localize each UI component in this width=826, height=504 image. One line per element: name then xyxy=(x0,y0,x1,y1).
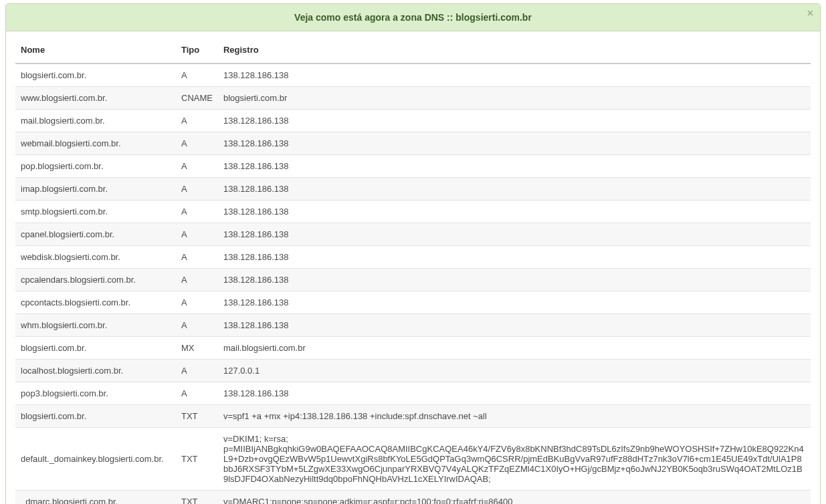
column-header-type: Tipo xyxy=(176,38,218,64)
table-row: blogsierti.com.br.A138.128.186.138 xyxy=(15,64,811,87)
table-row: pop3.blogsierti.com.br.A138.128.186.138 xyxy=(15,382,811,405)
close-icon[interactable]: × xyxy=(807,8,813,19)
cell-record: v=DMARC1;p=none;sp=none;adkim=r;aspf=r;p… xyxy=(218,491,811,505)
cell-type: A xyxy=(176,110,218,132)
table-row: localhost.blogsierti.com.br.A127.0.0.1 xyxy=(15,360,811,382)
table-row: smtp.blogsierti.com.br.A138.128.186.138 xyxy=(15,201,811,223)
cell-name: cpanel.blogsierti.com.br. xyxy=(15,223,176,246)
cell-name: mail.blogsierti.com.br. xyxy=(15,110,176,132)
cell-record: 138.128.186.138 xyxy=(218,382,811,405)
table-row: pop.blogsierti.com.br.A138.128.186.138 xyxy=(15,155,811,178)
table-row: _dmarc.blogsierti.com.br.TXTv=DMARC1;p=n… xyxy=(15,491,811,505)
table-row: blogsierti.com.br.TXTv=spf1 +a +mx +ip4:… xyxy=(15,405,811,428)
cell-record: 138.128.186.138 xyxy=(218,246,811,269)
cell-name: webmail.blogsierti.com.br. xyxy=(15,132,176,155)
cell-type: A xyxy=(176,178,218,201)
cell-record: v=spf1 +a +mx +ip4:138.128.186.138 +incl… xyxy=(218,405,811,428)
dns-zone-panel: Veja como está agora a zona DNS :: blogs… xyxy=(5,3,821,504)
table-row: blogsierti.com.br.MXmail.blogsierti.com.… xyxy=(15,337,811,360)
cell-record: 138.128.186.138 xyxy=(218,269,811,291)
cell-type: A xyxy=(176,155,218,178)
cell-record: 138.128.186.138 xyxy=(218,201,811,223)
cell-record: mail.blogsierti.com.br xyxy=(218,337,811,360)
cell-type: A xyxy=(176,269,218,291)
cell-type: TXT xyxy=(176,491,218,505)
table-row: www.blogsierti.com.br.CNAMEblogsierti.co… xyxy=(15,87,811,110)
cell-record: 138.128.186.138 xyxy=(218,110,811,132)
table-header-row: Nome Tipo Registro xyxy=(15,38,811,64)
cell-name: smtp.blogsierti.com.br. xyxy=(15,201,176,223)
cell-type: A xyxy=(176,201,218,223)
cell-name: www.blogsierti.com.br. xyxy=(15,87,176,110)
cell-record: 138.128.186.138 xyxy=(218,314,811,337)
table-row: cpcontacts.blogsierti.com.br.A138.128.18… xyxy=(15,291,811,314)
cell-record: 138.128.186.138 xyxy=(218,132,811,155)
cell-record: 138.128.186.138 xyxy=(218,178,811,201)
table-row: cpcalendars.blogsierti.com.br.A138.128.1… xyxy=(15,269,811,291)
cell-record: 127.0.0.1 xyxy=(218,360,811,382)
cell-type: A xyxy=(176,246,218,269)
cell-type: CNAME xyxy=(176,87,218,110)
cell-type: TXT xyxy=(176,405,218,428)
cell-type: A xyxy=(176,360,218,382)
cell-type: TXT xyxy=(176,428,218,491)
dns-records-table: Nome Tipo Registro blogsierti.com.br.A13… xyxy=(15,38,811,504)
table-row: mail.blogsierti.com.br.A138.128.186.138 xyxy=(15,110,811,132)
panel-body: Nome Tipo Registro blogsierti.com.br.A13… xyxy=(6,31,820,504)
cell-record: blogsierti.com.br xyxy=(218,87,811,110)
cell-record: 138.128.186.138 xyxy=(218,64,811,87)
cell-type: A xyxy=(176,64,218,87)
cell-name: pop.blogsierti.com.br. xyxy=(15,155,176,178)
cell-record: 138.128.186.138 xyxy=(218,155,811,178)
cell-name: blogsierti.com.br. xyxy=(15,337,176,360)
table-row: cpanel.blogsierti.com.br.A138.128.186.13… xyxy=(15,223,811,246)
panel-header: Veja como está agora a zona DNS :: blogs… xyxy=(6,4,820,31)
table-row: whm.blogsierti.com.br.A138.128.186.138 xyxy=(15,314,811,337)
cell-record: 138.128.186.138 xyxy=(218,223,811,246)
cell-name: cpcontacts.blogsierti.com.br. xyxy=(15,291,176,314)
table-row: imap.blogsierti.com.br.A138.128.186.138 xyxy=(15,178,811,201)
cell-type: A xyxy=(176,223,218,246)
cell-name: _dmarc.blogsierti.com.br. xyxy=(15,491,176,505)
cell-name: pop3.blogsierti.com.br. xyxy=(15,382,176,405)
cell-name: whm.blogsierti.com.br. xyxy=(15,314,176,337)
cell-record: 138.128.186.138 xyxy=(218,291,811,314)
cell-name: imap.blogsierti.com.br. xyxy=(15,178,176,201)
cell-name: localhost.blogsierti.com.br. xyxy=(15,360,176,382)
table-row: webmail.blogsierti.com.br.A138.128.186.1… xyxy=(15,132,811,155)
cell-name: blogsierti.com.br. xyxy=(15,405,176,428)
cell-type: MX xyxy=(176,337,218,360)
cell-type: A xyxy=(176,291,218,314)
cell-type: A xyxy=(176,382,218,405)
cell-record: v=DKIM1; k=rsa; p=MIIBIjANBgkqhkiG9w0BAQ… xyxy=(218,428,811,491)
column-header-name: Nome xyxy=(15,38,176,64)
column-header-record: Registro xyxy=(218,38,811,64)
panel-title: Veja como está agora a zona DNS :: blogs… xyxy=(294,12,532,23)
cell-type: A xyxy=(176,314,218,337)
cell-name: webdisk.blogsierti.com.br. xyxy=(15,246,176,269)
cell-name: default._domainkey.blogsierti.com.br. xyxy=(15,428,176,491)
cell-name: cpcalendars.blogsierti.com.br. xyxy=(15,269,176,291)
cell-name: blogsierti.com.br. xyxy=(15,64,176,87)
cell-type: A xyxy=(176,132,218,155)
table-row: webdisk.blogsierti.com.br.A138.128.186.1… xyxy=(15,246,811,269)
table-row: default._domainkey.blogsierti.com.br.TXT… xyxy=(15,428,811,491)
